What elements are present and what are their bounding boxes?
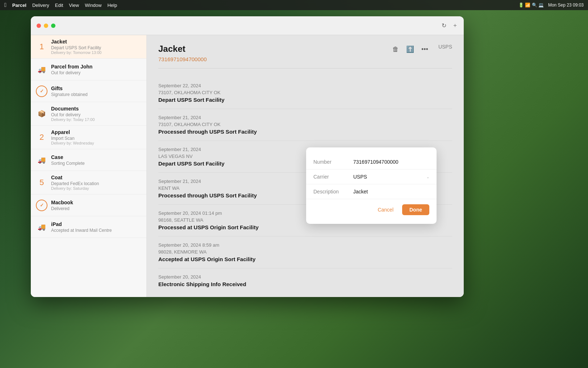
sidebar-badge-apparel: 2: [36, 131, 47, 143]
menu-parcel[interactable]: Parcel: [12, 3, 26, 8]
window-titlebar: ↻ ＋: [31, 16, 464, 35]
sidebar-info-ipad: iPad Accepted at Inward Mail Centre: [51, 221, 141, 233]
window-controls: [37, 24, 55, 28]
sidebar-info-parcel: Parcel from John Out for delivery: [51, 64, 141, 75]
sidebar-name-apparel: Apparel: [51, 129, 141, 135]
sidebar-badge-parcel: 🚚: [36, 64, 47, 75]
sidebar-status-apparel: Import Scan: [51, 136, 141, 141]
menu-bar-left:  Parcel Delivery Edit View Window Help: [4, 2, 117, 8]
sidebar-info-case: Case Sorting Complete: [51, 154, 141, 166]
modal-select-carrier[interactable]: USPS ⌄: [353, 174, 429, 180]
sidebar-item-coat[interactable]: 5 Coat Departed FedEx location Delivery …: [31, 171, 146, 195]
apple-menu[interactable]: : [4, 2, 7, 8]
sidebar-item-documents[interactable]: 📦 Documents Out for delivery Delivery by…: [31, 102, 146, 126]
edit-parcel-modal: Number 7316971094700000 Carrier USPS ⌄ D…: [306, 147, 437, 224]
sidebar-badge-macbook: ✓: [36, 200, 47, 211]
sidebar-status-gifts: Signature obtained: [51, 92, 141, 97]
sidebar-badge-jacket: 1: [36, 41, 47, 53]
sidebar-item-case[interactable]: 🚚 Case Sorting Complete: [31, 149, 146, 171]
chevron-down-icon: ⌄: [426, 175, 429, 179]
sidebar-badge-documents: 📦: [36, 108, 47, 120]
modal-row-carrier[interactable]: Carrier USPS ⌄: [306, 170, 437, 184]
sidebar-name-parcel: Parcel from John: [51, 64, 141, 70]
window-maximize-button[interactable]: [51, 24, 55, 28]
done-button[interactable]: Done: [402, 204, 429, 215]
sidebar-delivery-documents: Delivery by: Today 17:00: [51, 117, 141, 122]
datetime: Mon Sep 23 09:03: [548, 3, 584, 8]
sidebar-badge-gifts: ✓: [36, 85, 47, 97]
sidebar-info-gifts: Gifts Signature obtained: [51, 85, 141, 97]
modal-value-description[interactable]: Jacket: [353, 189, 429, 195]
sidebar-name-macbook: Macbook: [51, 200, 141, 205]
menu-view[interactable]: View: [69, 3, 79, 8]
sidebar: 1 Jacket Depart USPS Sort Facility Deliv…: [31, 35, 147, 297]
modal-label-number: Number: [313, 159, 353, 165]
window-body: 1 Jacket Depart USPS Sort Facility Deliv…: [31, 35, 464, 297]
modal-value-number: 7316971094700000: [353, 159, 429, 165]
cancel-button[interactable]: Cancel: [373, 205, 398, 215]
sidebar-info-macbook: Macbook Delivered: [51, 200, 141, 211]
main-window: ↻ ＋ 1 Jacket Depart USPS Sort Facility D…: [31, 16, 464, 297]
window-minimize-button[interactable]: [44, 24, 48, 28]
sidebar-item-macbook[interactable]: ✓ Macbook Delivered: [31, 195, 146, 216]
sidebar-name-jacket: Jacket: [51, 39, 141, 45]
sidebar-info-apparel: Apparel Import Scan Delivery by: Wednesd…: [51, 129, 141, 145]
sidebar-item-apparel[interactable]: 2 Apparel Import Scan Delivery by: Wedne…: [31, 126, 146, 149]
sidebar-status-parcel: Out for delivery: [51, 70, 141, 75]
sidebar-status-jacket: Depart USPS Sort Facility: [51, 45, 141, 50]
sidebar-item-gifts[interactable]: ✓ Gifts Signature obtained: [31, 80, 146, 102]
menu-edit[interactable]: Edit: [55, 3, 63, 8]
sidebar-status-documents: Out for delivery: [51, 112, 141, 117]
sidebar-badge-coat: 5: [36, 177, 47, 188]
sidebar-status-case: Sorting Complete: [51, 161, 141, 166]
sidebar-info-coat: Coat Departed FedEx location Delivery by…: [51, 175, 141, 191]
modal-label-carrier: Carrier: [313, 174, 353, 180]
add-icon[interactable]: ＋: [452, 22, 458, 29]
sidebar-status-ipad: Accepted at Inward Mail Centre: [51, 228, 141, 233]
sidebar-badge-case: 🚚: [36, 154, 47, 166]
menu-bar:  Parcel Delivery Edit View Window Help …: [0, 0, 588, 10]
modal-row-description: Description Jacket: [306, 184, 437, 199]
sidebar-name-coat: Coat: [51, 175, 141, 180]
modal-overlay: Number 7316971094700000 Carrier USPS ⌄ D…: [147, 35, 464, 297]
modal-carrier-value: USPS: [353, 174, 367, 180]
sidebar-delivery-coat: Delivery by: Saturday: [51, 186, 141, 191]
titlebar-actions: ↻ ＋: [442, 22, 458, 29]
modal-label-description: Description: [313, 189, 353, 195]
sidebar-name-gifts: Gifts: [51, 85, 141, 91]
sidebar-delivery-apparel: Delivery by: Wednesday: [51, 141, 141, 145]
modal-actions: Cancel Done: [306, 199, 437, 217]
menu-delivery[interactable]: Delivery: [32, 3, 49, 8]
sidebar-item-jacket[interactable]: 1 Jacket Depart USPS Sort Facility Deliv…: [31, 35, 146, 59]
refresh-icon[interactable]: ↻: [442, 22, 446, 29]
window-close-button[interactable]: [37, 24, 41, 28]
sidebar-delivery-jacket: Delivery by: Tomorrow 13:00: [51, 50, 141, 55]
sidebar-name-ipad: iPad: [51, 221, 141, 227]
sidebar-status-macbook: Delivered: [51, 206, 141, 211]
sidebar-item-ipad[interactable]: 🚚 iPad Accepted at Inward Mail Centre: [31, 216, 146, 238]
menu-bar-right: 🔋 📶 🔍 💻 Mon Sep 23 09:03: [518, 3, 584, 8]
sidebar-name-case: Case: [51, 154, 141, 160]
sidebar-status-coat: Departed FedEx location: [51, 181, 141, 186]
sidebar-badge-ipad: 🚚: [36, 221, 47, 233]
menu-window[interactable]: Window: [85, 3, 101, 8]
sidebar-info-documents: Documents Out for delivery Delivery by: …: [51, 106, 141, 122]
sidebar-item-parcel-from-john[interactable]: 🚚 Parcel from John Out for delivery: [31, 59, 146, 80]
sidebar-name-documents: Documents: [51, 106, 141, 112]
menubar-icons: 🔋 📶 🔍 💻: [518, 3, 544, 8]
menu-help[interactable]: Help: [107, 3, 117, 8]
modal-row-number: Number 7316971094700000: [306, 155, 437, 170]
main-content: Jacket 7316971094700000 🗑 ⬆️ ••• USPS Se…: [147, 35, 464, 297]
sidebar-info-jacket: Jacket Depart USPS Sort Facility Deliver…: [51, 39, 141, 55]
